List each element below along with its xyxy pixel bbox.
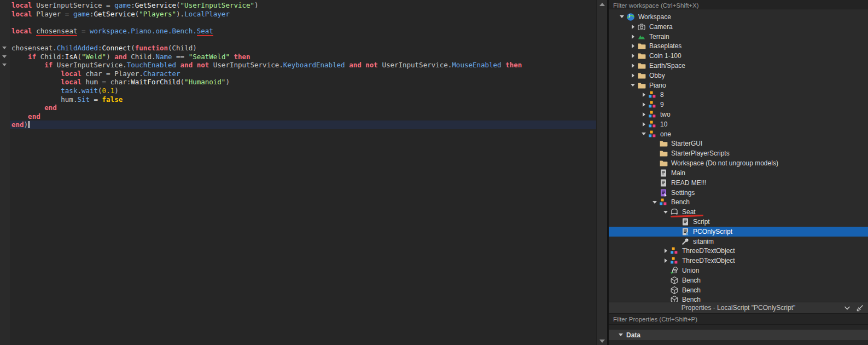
code-line[interactable]: local hum = char:WaitForChild("Humanoid"… — [10, 78, 596, 87]
expander-open-icon[interactable] — [661, 208, 670, 216]
explorer-panel: WorkspaceCameraTerrainBaseplatesCoin 1-1… — [609, 0, 868, 302]
expander-open-icon[interactable] — [639, 130, 648, 139]
expander-closed-icon[interactable] — [628, 32, 637, 41]
expander-closed-icon[interactable] — [639, 90, 648, 99]
code-line[interactable]: task.wait(0.1) — [10, 87, 596, 95]
tree-item-8[interactable]: 8 — [609, 90, 868, 100]
code-token: then — [234, 53, 250, 61]
properties-filter-input[interactable] — [609, 314, 868, 325]
expander-closed-icon[interactable] — [628, 42, 637, 50]
camera-icon — [637, 22, 646, 31]
expander-spacer — [650, 179, 659, 187]
code-token: not — [365, 61, 378, 69]
properties-filter-bar — [609, 314, 868, 325]
expander-open-icon[interactable] — [628, 81, 637, 90]
tree-item-bench[interactable]: Bench — [609, 295, 868, 302]
code-line[interactable]: chosenseat.ChildAdded:Connect(function(C… — [10, 44, 596, 53]
code-line[interactable]: local chosenseat = workspace.Piano.one.B… — [10, 27, 596, 36]
expander-closed-icon[interactable] — [628, 71, 637, 80]
tree-item-coin-1-100[interactable]: Coin 1-100 — [609, 51, 868, 61]
tree-item-read-me[interactable]: READ ME!!! — [609, 178, 868, 188]
tree-item-label: Union — [682, 267, 699, 274]
tree-item-obby[interactable]: Obby — [609, 71, 868, 81]
code-token: Player = — [32, 10, 73, 18]
code-line[interactable]: end — [10, 104, 596, 112]
tree-item-union[interactable]: Union — [609, 266, 868, 275]
tree-item-terrain[interactable]: Terrain — [609, 32, 868, 42]
properties-section-data[interactable]: Data — [609, 330, 868, 340]
folder-icon — [637, 51, 646, 60]
tree-item-label: Bench — [671, 198, 690, 206]
tree-item-baseplates[interactable]: Baseplates — [609, 41, 868, 51]
properties-panel: Properties - LocalScript "PCOnlyScript" … — [609, 302, 868, 345]
expander-closed-icon[interactable] — [661, 246, 670, 255]
code-line[interactable]: local UserInputService = game:GetService… — [10, 1, 596, 10]
expander-open-icon[interactable] — [617, 13, 626, 21]
tree-item-label: Seat — [682, 208, 696, 216]
properties-header[interactable]: Properties - LocalScript "PCOnlyScript" — [609, 302, 868, 314]
expander-closed-icon[interactable] — [639, 110, 648, 119]
tree-item-two[interactable]: two — [609, 110, 868, 119]
tree-item-bench[interactable]: Bench — [609, 285, 868, 295]
explorer-filter-bar — [609, 0, 868, 9]
animation-icon — [681, 237, 690, 246]
tree-item-seat[interactable]: Seat — [609, 207, 868, 217]
tree-item-label: Bench — [682, 296, 701, 302]
code-line[interactable]: end — [10, 112, 596, 121]
code-line[interactable] — [10, 18, 596, 27]
code-line[interactable]: if Child:IsA("Weld") and Child.Name == "… — [10, 53, 596, 61]
tree-item-threedtextobject[interactable]: ThreeDTextObject — [609, 256, 868, 266]
code-token: hum = char: — [81, 78, 131, 86]
tree-item-sitanim[interactable]: sitanim — [609, 237, 868, 246]
tree-item-bench[interactable]: Bench — [609, 197, 868, 207]
expander-closed-icon[interactable] — [639, 120, 648, 129]
code-line[interactable]: local char = Player.Character — [10, 70, 596, 78]
code-token: GetService — [94, 10, 135, 18]
tree-item-settings[interactable]: Settings — [609, 188, 868, 198]
tree-item-pconlyscript[interactable]: PCOnlyScript — [609, 227, 868, 237]
tree-item-one[interactable]: one — [609, 129, 868, 139]
tree-item-9[interactable]: 9 — [609, 100, 868, 110]
part-icon — [670, 295, 679, 302]
tree-item-workspace[interactable]: Workspace — [609, 12, 868, 22]
expander-open-icon[interactable] — [650, 198, 659, 206]
expander-closed-icon[interactable] — [628, 51, 637, 60]
folder-icon — [637, 61, 646, 70]
expander-closed-icon[interactable] — [628, 22, 637, 31]
tree-item-camera[interactable]: Camera — [609, 22, 868, 32]
code-token — [11, 61, 44, 69]
section-collapse-icon[interactable] — [616, 331, 625, 340]
code-line[interactable] — [10, 35, 596, 44]
tree-item-bench[interactable]: Bench — [609, 275, 868, 285]
code-line[interactable]: hum.Sit = false — [10, 95, 596, 104]
chevron-down-icon[interactable] — [843, 303, 852, 312]
fold-collapse-icon[interactable] — [2, 64, 7, 66]
expander-closed-icon[interactable] — [628, 61, 637, 70]
folder-icon — [637, 81, 646, 90]
tree-item-workspace-do-not-ungroup-models[interactable]: Workspace (Do not ungroup models) — [609, 158, 868, 168]
tree-item-threedtextobject[interactable]: ThreeDTextObject — [609, 246, 868, 256]
scroll-down-icon[interactable] — [599, 340, 605, 343]
editor-scrollbar[interactable] — [596, 0, 607, 345]
script-editor[interactable]: local UserInputService = game:GetService… — [0, 0, 596, 345]
code-line[interactable]: end) — [10, 120, 596, 129]
dock-panel-icon[interactable] — [856, 303, 865, 312]
tree-item-10[interactable]: 10 — [609, 119, 868, 129]
tree-item-starterplayerscripts[interactable]: StarterPlayerScripts — [609, 148, 868, 158]
tree-item-earth-space[interactable]: Earth/Space — [609, 61, 868, 71]
code-line[interactable]: local Player = game:GetService("Players"… — [10, 10, 596, 19]
tree-item-label: Baseplates — [649, 42, 681, 50]
scroll-up-icon[interactable] — [599, 3, 605, 6]
code-area[interactable]: local UserInputService = game:GetService… — [10, 1, 596, 129]
fold-collapse-icon[interactable] — [2, 55, 7, 58]
code-token: task — [61, 87, 77, 95]
code-line[interactable]: if UserInputService.TouchEnabled and not… — [10, 61, 596, 70]
expander-closed-icon[interactable] — [661, 256, 670, 265]
explorer-filter-input[interactable] — [609, 1, 868, 10]
fold-collapse-icon[interactable] — [2, 47, 7, 49]
tree-item-main[interactable]: Main — [609, 168, 868, 178]
tree-item-startergui[interactable]: StarterGUI — [609, 139, 868, 149]
expander-closed-icon[interactable] — [639, 100, 648, 109]
tree-item-script[interactable]: Script — [609, 217, 868, 227]
tree-item-piano[interactable]: Piano — [609, 81, 868, 90]
